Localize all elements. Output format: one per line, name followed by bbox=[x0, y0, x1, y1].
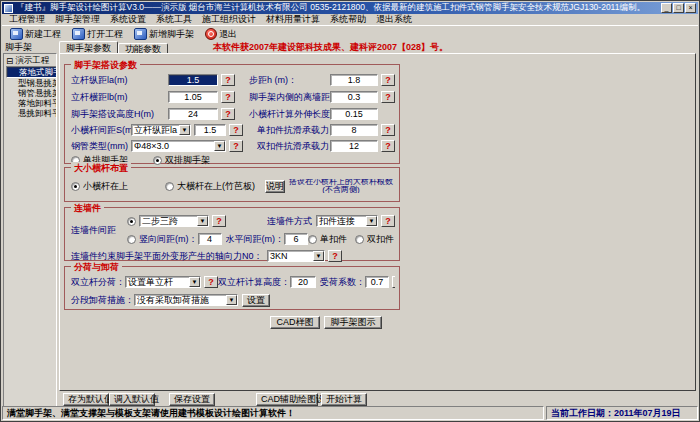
tree-root[interactable]: ⊟ 演示工程 bbox=[6, 56, 56, 66]
double-clamp-radio[interactable] bbox=[355, 235, 364, 244]
single-clamp-radio[interactable] bbox=[308, 235, 317, 244]
double-pole-share-value: 设置单立杆 bbox=[126, 276, 189, 288]
exit-button[interactable]: 退出 bbox=[201, 27, 241, 42]
single-clamp-option-label: 单扣件 bbox=[320, 233, 347, 246]
chevron-down-icon[interactable]: ▼ bbox=[226, 295, 237, 305]
single-clamp-label: 单扣件抗滑承载力： bbox=[243, 124, 330, 137]
lb-input[interactable] bbox=[168, 91, 218, 103]
double-row-label: 双排脚手架 bbox=[165, 154, 210, 167]
minimize-button[interactable]: _ bbox=[661, 3, 672, 13]
tree-item-floor-platform[interactable]: 落地卸料平台 bbox=[6, 98, 56, 108]
step-input[interactable] bbox=[330, 74, 378, 86]
unload-set-button[interactable]: 设置 bbox=[242, 294, 270, 307]
vertical-spacing-label: 竖向间距(m)： bbox=[139, 233, 198, 246]
open-project-button[interactable]: 打开工程 bbox=[68, 27, 127, 42]
wall-tie-spacing-label: 连墙件间距 bbox=[71, 224, 116, 237]
step-help-button[interactable]: ? bbox=[381, 74, 395, 86]
chevron-down-icon[interactable]: ▼ bbox=[189, 277, 200, 287]
pipe-type-help-button[interactable]: ? bbox=[229, 140, 243, 152]
small-bar-top-radio[interactable] bbox=[71, 182, 80, 191]
double-pole-help-button[interactable]: ? bbox=[204, 276, 218, 288]
wall-distance-help-button[interactable]: ? bbox=[381, 91, 395, 103]
tie-mode-select[interactable]: 二步三跨 ▼ bbox=[139, 215, 209, 227]
save-default-button[interactable]: 存为默认值 bbox=[63, 393, 109, 406]
calc-height-input[interactable] bbox=[290, 276, 316, 288]
big-bar-top-radio[interactable] bbox=[165, 182, 174, 191]
close-button[interactable]: × bbox=[685, 3, 696, 13]
tie-mode-step-radio[interactable] bbox=[127, 217, 136, 226]
double-clamp-label: 双扣件抗滑承载力： bbox=[243, 140, 330, 153]
load-factor-input[interactable] bbox=[365, 276, 389, 288]
small-bar-top-label: 小横杆在上 bbox=[83, 180, 165, 193]
tree-item-pipe-cantilever[interactable]: 钢管悬挑架 bbox=[6, 88, 56, 98]
a1-input[interactable] bbox=[330, 108, 378, 120]
lb-label: 立杆横距lb(m) bbox=[71, 91, 168, 104]
tie-custom-radio[interactable] bbox=[127, 235, 136, 244]
cad-sample-button[interactable]: CAD样图 bbox=[270, 316, 320, 329]
small-bar-spacing-input[interactable] bbox=[194, 124, 226, 136]
double-clamp-option-label: 双扣件 bbox=[367, 233, 394, 246]
sidebar: 脚手架 ⊟ 演示工程 落地式脚手架 型钢悬挑架 钢管悬挑架 落地卸料平台 悬挑卸… bbox=[2, 42, 59, 408]
double-row-radio[interactable] bbox=[153, 156, 162, 165]
horizontal-spacing-label: 水平间距(m)： bbox=[226, 233, 285, 246]
open-project-icon bbox=[72, 28, 85, 40]
axial-force-help-button[interactable]: ? bbox=[328, 250, 342, 262]
big-bar-count-label: 搭设在小横杆上的大横杆根数 (不含两侧) bbox=[289, 179, 393, 193]
small-bar-help-button[interactable]: ? bbox=[229, 124, 243, 136]
a1-label: 小横杆计算外伸长度a1(m)： bbox=[235, 108, 330, 121]
new-project-label: 新建工程 bbox=[25, 28, 61, 41]
project-tree: ⊟ 演示工程 落地式脚手架 型钢悬挑架 钢管悬挑架 落地卸料平台 悬挑卸料平台 bbox=[3, 53, 57, 407]
group-wall-tie: 连墙件 连墙件间距 二步三跨 ▼ ? 连墙件方式 扣件连接 ▼ ? 竖向间距(m… bbox=[64, 207, 400, 261]
wall-distance-input[interactable] bbox=[330, 91, 378, 103]
tree-item-floor-scaffold[interactable]: 落地式脚手架 bbox=[6, 66, 57, 78]
unload-measure-label: 分段卸荷措施： bbox=[71, 294, 134, 307]
cad-assist-button[interactable]: CAD辅助绘图设计 bbox=[256, 393, 318, 406]
lb-help-button[interactable]: ? bbox=[221, 91, 235, 103]
load-factor-help-button[interactable]: ? bbox=[392, 276, 395, 288]
maximize-button[interactable]: □ bbox=[673, 3, 684, 13]
single-clamp-help-button[interactable]: ? bbox=[381, 124, 395, 136]
tree-item-steel-cantilever[interactable]: 型钢悬挑架 bbox=[6, 78, 56, 88]
unload-measure-select[interactable]: 没有采取卸荷措施 ▼ bbox=[134, 294, 238, 306]
load-factor-label: 受荷系数： bbox=[320, 276, 365, 289]
explain-button[interactable]: 说明 bbox=[265, 180, 285, 193]
group-setup-title: 脚手架搭设参数 bbox=[71, 59, 140, 72]
small-bar-spacing-select[interactable]: 立杆纵距la ▼ bbox=[131, 124, 191, 136]
double-pole-share-select[interactable]: 设置单立杆 ▼ bbox=[125, 276, 201, 288]
group-unload: 分荷与卸荷 双立杆分荷： 设置单立杆 ▼ ? 双立杆计算高度： 受荷系数： ? … bbox=[64, 266, 400, 310]
tie-method-select[interactable]: 扣件连接 ▼ bbox=[316, 215, 378, 227]
chevron-down-icon[interactable]: ▼ bbox=[214, 141, 225, 151]
group-bars-title: 大小横杆布置 bbox=[71, 162, 131, 175]
chevron-down-icon[interactable]: ▼ bbox=[197, 216, 208, 226]
height-help-button[interactable]: ? bbox=[221, 108, 235, 120]
axial-force-select[interactable]: 3KN ▼ bbox=[267, 250, 325, 262]
chevron-down-icon[interactable]: ▼ bbox=[179, 125, 190, 135]
double-clamp-help-button[interactable]: ? bbox=[381, 140, 395, 152]
new-project-button[interactable]: 新建工程 bbox=[6, 27, 65, 42]
group-setup-params: 脚手架搭设参数 立杆纵距la(m) ? 步距h (m)： ? 立杆横距lb(m)… bbox=[64, 64, 400, 164]
status-message: 满堂脚手架、满堂支撑架与模板支架请使用建书模板设计绘图计算软件！ bbox=[2, 406, 544, 420]
wall-distance-label: 脚手架内侧的离墙距离： bbox=[235, 91, 330, 104]
tree-expand-icon[interactable]: ⊟ bbox=[6, 56, 13, 66]
pipe-type-select[interactable]: Φ48×3.0 ▼ bbox=[131, 140, 226, 152]
scaffold-diagram-button[interactable]: 脚手架图示 bbox=[324, 316, 382, 329]
height-input[interactable] bbox=[168, 108, 218, 120]
la-help-button[interactable]: ? bbox=[221, 74, 235, 86]
horizontal-spacing-input[interactable] bbox=[284, 233, 308, 245]
la-input[interactable] bbox=[168, 74, 218, 86]
tie-method-help-button[interactable]: ? bbox=[381, 215, 395, 227]
double-clamp-input[interactable] bbox=[330, 140, 378, 152]
pipe-type-value: Φ48×3.0 bbox=[132, 141, 214, 151]
tie-mode-help-button[interactable]: ? bbox=[212, 215, 226, 227]
start-calc-button[interactable]: 开始计算 bbox=[321, 393, 367, 406]
vertical-spacing-input[interactable] bbox=[198, 233, 222, 245]
chevron-down-icon[interactable]: ▼ bbox=[366, 216, 377, 226]
tab-page-scaffold-params: 脚手架搭设参数 立杆纵距la(m) ? 步距h (m)： ? 立杆横距lb(m)… bbox=[59, 53, 696, 391]
tree-item-cantilever-platform[interactable]: 悬挑卸料平台 bbox=[6, 108, 56, 118]
single-clamp-input[interactable] bbox=[330, 124, 378, 136]
add-scaffold-button[interactable]: 新增脚手架 bbox=[130, 27, 198, 42]
load-default-button[interactable]: 调入默认值 bbox=[109, 393, 155, 406]
small-bar-spacing-label: 小横杆间距S(m) bbox=[71, 124, 131, 137]
save-settings-button[interactable]: 保存设置 bbox=[169, 393, 215, 406]
chevron-down-icon[interactable]: ▼ bbox=[313, 251, 324, 261]
